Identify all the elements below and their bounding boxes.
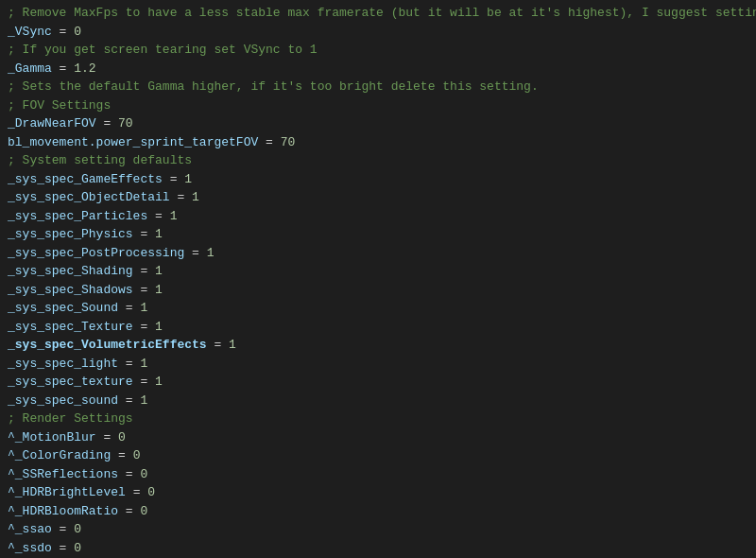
editor-line: ; If you get screen tearing set VSync to…: [8, 41, 748, 60]
editor-line: _sys_spec_PostProcessing = 1: [8, 244, 748, 263]
editor-line: _sys_spec_ObjectDetail = 1: [8, 188, 748, 207]
editor-line: ^_HDRBloomRatio = 0: [8, 502, 748, 521]
editor-line: ^_ssao = 0: [8, 520, 748, 539]
editor-line: _sys_spec_sound = 1: [8, 392, 748, 410]
editor-line: _VSync = 0: [8, 23, 748, 42]
editor-line: ; System setting defaults: [8, 151, 748, 170]
editor-line: _sys_spec_texture = 1: [8, 373, 748, 392]
editor-line: _sys_spec_Sound = 1: [8, 299, 748, 318]
editor-line: ^_ssdo = 0: [8, 539, 748, 558]
editor-line: ; FOV Settings: [8, 96, 748, 115]
editor-line: _sys_spec_Particles = 1: [8, 207, 748, 226]
editor-line: _sys_spec_Physics = 1: [8, 225, 748, 244]
editor-line: _sys_spec_VolumetricEffects = 1: [8, 336, 748, 355]
editor-line: bl_movement.power_sprint_targetFOV = 70: [8, 133, 748, 152]
editor-line: ^_HDRBrightLevel = 0: [8, 483, 748, 502]
editor-line: ; Sets the default Gamma higher, if it's…: [8, 78, 748, 96]
editor-line: _sys_spec_light = 1: [8, 355, 748, 374]
editor-line: _sys_spec_Shading = 1: [8, 262, 748, 281]
editor-line: _sys_spec_GameEffects = 1: [8, 170, 748, 189]
editor-line: _DrawNearFOV = 70: [8, 114, 748, 133]
editor-line: ^_ColorGrading = 0: [8, 446, 748, 465]
editor-line: _sys_spec_Shadows = 1: [8, 281, 748, 300]
editor-line: _sys_spec_Texture = 1: [8, 318, 748, 337]
editor-line: ; Render Settings: [8, 410, 748, 428]
code-editor[interactable]: ; Remove MaxFps to have a less stable ma…: [0, 0, 756, 558]
editor-line: ^_SSReflections = 0: [8, 465, 748, 484]
editor-line: _Gamma = 1.2: [8, 60, 748, 78]
editor-line: ^_MotionBlur = 0: [8, 428, 748, 447]
editor-line: ; Remove MaxFps to have a less stable ma…: [8, 4, 748, 23]
